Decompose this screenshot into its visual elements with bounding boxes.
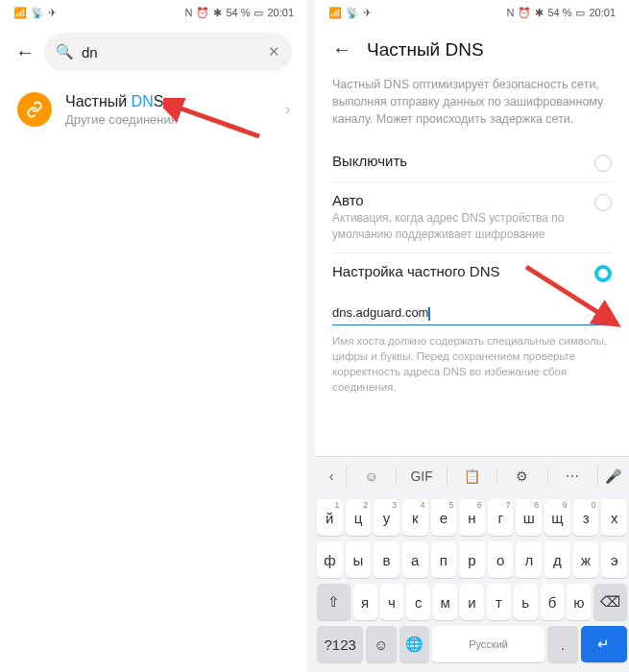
kb-mic-icon[interactable]: 🎤 (600, 468, 625, 484)
signal-icon: 📶 (13, 7, 27, 19)
nfc-icon: N (506, 7, 514, 18)
bluetooth-icon: ✱ (535, 7, 544, 19)
option-off[interactable]: Выключить (315, 143, 629, 181)
key-language[interactable]: 🌐 (399, 626, 429, 662)
dns-help-text: Имя хоста должно содержать специальные с… (315, 325, 629, 400)
status-bar: 📶 📡 ✈ N ⏰ ✱ 54 % ▭ 20:01 (0, 0, 307, 25)
kb-settings-icon[interactable]: ⚙ (499, 468, 544, 484)
key-е[interactable]: е5 (431, 499, 457, 536)
key-с[interactable]: с (406, 584, 430, 620)
key-х[interactable]: х (601, 499, 627, 536)
key-д[interactable]: д (544, 541, 570, 578)
option-auto[interactable]: Авто Активация, когда адрес DNS устройст… (315, 182, 629, 252)
status-bar: 📶 📡 ✈ N ⏰ ✱ 54 % ▭ 20:01 (315, 0, 629, 25)
key-и[interactable]: и (460, 584, 484, 620)
key-э[interactable]: э (601, 541, 627, 578)
telegram-icon: ✈ (48, 7, 57, 19)
back-button[interactable]: ← (15, 41, 35, 63)
battery-percent: 54 % (547, 7, 571, 18)
key-backspace[interactable]: ⌫ (593, 584, 627, 620)
key-у[interactable]: у3 (374, 499, 399, 536)
keyboard-row-3: ⇧ячсмитьбю⌫ (317, 584, 627, 620)
kb-gif-button[interactable]: GIF (399, 468, 444, 484)
key-щ[interactable]: щ9 (544, 499, 570, 536)
key-ш[interactable]: ш8 (516, 499, 542, 536)
clock: 20:01 (589, 7, 616, 18)
kb-sticker-icon[interactable]: ☺ (349, 468, 394, 484)
battery-icon: ▭ (575, 7, 585, 19)
result-title: Частный DNS (65, 93, 272, 110)
key-period[interactable]: . (547, 626, 577, 662)
key-shift[interactable]: ⇧ (317, 584, 351, 620)
keyboard-row-2: фывапролджэ (317, 541, 627, 578)
option-auto-label: Авто (332, 192, 587, 208)
alarm-icon: ⏰ (196, 7, 209, 19)
key-т[interactable]: т (487, 584, 511, 620)
search-header: ← 🔍 dn ✕ (0, 25, 307, 79)
phone-screen-right: 📶 📡 ✈ N ⏰ ✱ 54 % ▭ 20:01 ← Частный DNS Ч… (315, 0, 629, 672)
on-screen-keyboard: ‹ ☺ GIF 📋 ⚙ ⋯ 🎤 й1ц2у3к4е5н6г7ш8щ9з0х фы… (315, 456, 629, 672)
key-enter[interactable]: ↵ (581, 626, 627, 662)
key-з[interactable]: з0 (573, 499, 599, 536)
key-ю[interactable]: ю (567, 584, 591, 620)
option-off-label: Выключить (332, 153, 587, 169)
key-г[interactable]: г7 (488, 499, 514, 536)
key-в[interactable]: в (374, 541, 399, 578)
key-р[interactable]: р (459, 541, 485, 578)
wifi-icon: 📡 (346, 7, 359, 19)
key-emoji[interactable]: ☺ (366, 626, 396, 662)
wifi-icon: 📡 (31, 7, 44, 19)
option-custom[interactable]: Настройка частного DNS (315, 253, 629, 292)
link-icon (17, 92, 52, 127)
key-п[interactable]: п (431, 541, 457, 578)
key-о[interactable]: о (488, 541, 514, 578)
signal-icon: 📶 (328, 7, 342, 19)
key-к[interactable]: к4 (402, 499, 428, 536)
search-query-text: dn (82, 44, 260, 60)
result-subtitle: Другие соединения (65, 112, 272, 127)
key-ь[interactable]: ь (514, 584, 538, 620)
radio-auto[interactable] (594, 194, 612, 211)
keyboard-row-4: ?123 ☺ 🌐 Русский . ↵ (317, 626, 627, 662)
page-title: Частный DNS (367, 39, 484, 60)
text-cursor (428, 307, 430, 321)
key-л[interactable]: л (516, 541, 542, 578)
key-numbers[interactable]: ?123 (317, 626, 363, 662)
search-input[interactable]: 🔍 dn ✕ (44, 33, 292, 71)
dns-hostname-input[interactable]: dns.adguard.com (332, 301, 612, 325)
kb-collapse-icon[interactable]: ‹ (319, 468, 344, 484)
radio-off[interactable] (594, 155, 612, 172)
bluetooth-icon: ✱ (213, 7, 222, 19)
keyboard-row-1: й1ц2у3к4е5н6г7ш8щ9з0х (317, 499, 627, 536)
clear-search-icon[interactable]: ✕ (268, 43, 280, 60)
key-ж[interactable]: ж (573, 541, 599, 578)
key-б[interactable]: б (541, 584, 565, 620)
option-auto-sub: Активация, когда адрес DNS устройства по… (332, 210, 587, 243)
key-ц[interactable]: ц2 (346, 499, 372, 536)
search-result-private-dns[interactable]: Частный DNS Другие соединения › (0, 79, 307, 140)
telegram-icon: ✈ (363, 7, 372, 19)
chevron-right-icon: › (285, 101, 290, 118)
battery-percent: 54 % (226, 7, 250, 18)
nfc-icon: N (184, 7, 192, 18)
radio-custom[interactable] (594, 265, 612, 282)
key-space[interactable]: Русский (432, 626, 545, 662)
key-а[interactable]: а (402, 541, 428, 578)
back-button[interactable]: ← (332, 38, 351, 60)
page-header: ← Частный DNS (315, 25, 629, 68)
kb-more-icon[interactable]: ⋯ (550, 468, 595, 484)
key-ы[interactable]: ы (346, 541, 372, 578)
key-ч[interactable]: ч (380, 584, 404, 620)
key-н[interactable]: н6 (459, 499, 485, 536)
battery-icon: ▭ (254, 7, 263, 19)
page-description: Частный DNS оптимизирует безопасность се… (315, 68, 629, 143)
key-ф[interactable]: ф (317, 541, 343, 578)
option-custom-label: Настройка частного DNS (332, 263, 587, 279)
kb-clipboard-icon[interactable]: 📋 (449, 468, 495, 484)
key-й[interactable]: й1 (317, 499, 343, 536)
alarm-icon: ⏰ (518, 7, 531, 19)
key-я[interactable]: я (353, 584, 377, 620)
clock: 20:01 (267, 7, 294, 18)
keyboard-toolbar: ‹ ☺ GIF 📋 ⚙ ⋯ 🎤 (315, 457, 629, 495)
key-м[interactable]: м (433, 584, 457, 620)
